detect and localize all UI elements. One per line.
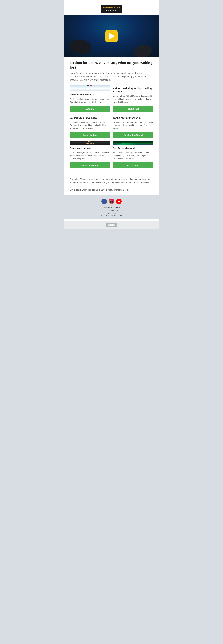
card-srilanka-title: Rafting, Trekking, Hiking, Cycling & Wil… [113, 87, 153, 93]
mailerlite-bar: mailerlite [64, 221, 159, 229]
card-roofworld-title: To the roof of the world. [113, 116, 153, 120]
intro-section: Its time for a new Adventure, what are y… [64, 57, 159, 175]
card-roofworld-button[interactable]: Roof of the World [113, 132, 153, 138]
card-lifetime-title: Once in a Lifetime [70, 147, 110, 150]
logo: ADRENALINE TRAVEL [100, 5, 122, 12]
card-lifetime-desc: For the Bikers, there are very few trips… [70, 151, 110, 160]
card-iceland-image [113, 141, 153, 145]
card-srilanka-desc: Come with us 30th of March for fast pace… [113, 94, 153, 104]
logo-line1: ADRENALINE [102, 6, 121, 9]
card-lifetime-image: ROYALENFIELD [70, 141, 110, 145]
card-greece-desc: Sailing and Gastronomic delight. Forget … [70, 121, 110, 130]
logo-line2: TRAVEL [102, 9, 121, 12]
card-georgia-title: Adventure in Georgia [70, 93, 110, 96]
card-georgia-image [70, 85, 110, 91]
footer-location: Dubai, UAE [106, 212, 117, 214]
youtube-icon[interactable]: ▶ [116, 198, 122, 204]
card-iceland: Self Drive - Iceland Navigate Iceland's … [113, 141, 153, 168]
footer-cta: Get In Touch with us and let us plan you… [70, 188, 153, 192]
card-georgia-button[interactable]: Lets Ski [70, 106, 110, 112]
card-greece-title: Sailing Greek Cyclades [70, 116, 110, 120]
bike-label-graphic: ROYALENFIELD [86, 141, 94, 145]
card-greece: Sailing Greek Cyclades Sailing and Gastr… [70, 114, 110, 138]
footer-pobox: P.O. Box (UAE) 17264 [101, 214, 122, 217]
cards-grid: Adventure in Georgia Perfect weekend esc… [70, 85, 153, 168]
card-lifetime: ROYALENFIELD Once in a Lifetime For the … [70, 141, 110, 168]
footer-text: Adrenaline Travel is an Adventure compan… [64, 175, 159, 195]
card-georgia: Adventure in Georgia Perfect weekend esc… [70, 85, 110, 112]
facebook-icon[interactable]: f [101, 198, 107, 204]
logo-area: ADRENALINE TRAVEL [64, 4, 159, 15]
card-srilanka: Rafting, Trekking, Hiking, Cycling & Wil… [113, 85, 153, 112]
footer-company-name: Adrenaline Travel [70, 206, 153, 209]
skier2-body [90, 85, 92, 86]
skier-2 [90, 85, 93, 90]
card-georgia-desc: Perfect weekend escape with the loved on… [70, 98, 110, 104]
email-container: ADRENALINE TRAVEL Its time for a new Adv… [64, 0, 159, 229]
play-icon [109, 33, 115, 39]
main-description: Some Amazing adventures await the Adrena… [70, 71, 153, 82]
play-button[interactable] [105, 30, 118, 42]
social-icons-row: f 📷 ▶ [70, 198, 153, 204]
card-roofworld-desc: Rhododendron forests, isolated hamlets, … [113, 121, 153, 130]
card-lifetime-button[interactable]: Nepal on Wheels [70, 162, 110, 168]
aurora-graphic [113, 142, 153, 145]
footer-about: Adrenaline Travel is an Adventure compan… [70, 178, 153, 185]
card-iceland-desc: Navigate Iceland's legendary and scenic … [113, 151, 153, 160]
hero-image[interactable] [64, 15, 159, 57]
card-srilanka-button[interactable]: Island Fun [113, 106, 153, 112]
footer-phone: +971 4 456 2251 [104, 210, 119, 212]
skier1-body [87, 85, 89, 86]
footer-social: f 📷 ▶ Adrenaline Travel +971 4 456 2251 … [64, 195, 159, 219]
skiers-graphic [87, 85, 93, 90]
card-greece-button[interactable]: Greek Sailing [70, 132, 110, 138]
card-iceland-button[interactable]: Be Dazzled [113, 162, 153, 168]
skier-1 [87, 85, 89, 90]
instagram-icon[interactable]: 📷 [109, 198, 114, 204]
footer-company-info: Adrenaline Travel +971 4 456 2251 Dubai,… [70, 206, 153, 217]
card-roofworld: To the roof of the world. Rhododendron f… [113, 114, 153, 138]
mailerlite-badge[interactable]: mailerlite [106, 223, 117, 226]
main-heading: Its time for a new Adventure, what are y… [70, 60, 153, 70]
card-iceland-title: Self Drive - Iceland [113, 147, 153, 150]
